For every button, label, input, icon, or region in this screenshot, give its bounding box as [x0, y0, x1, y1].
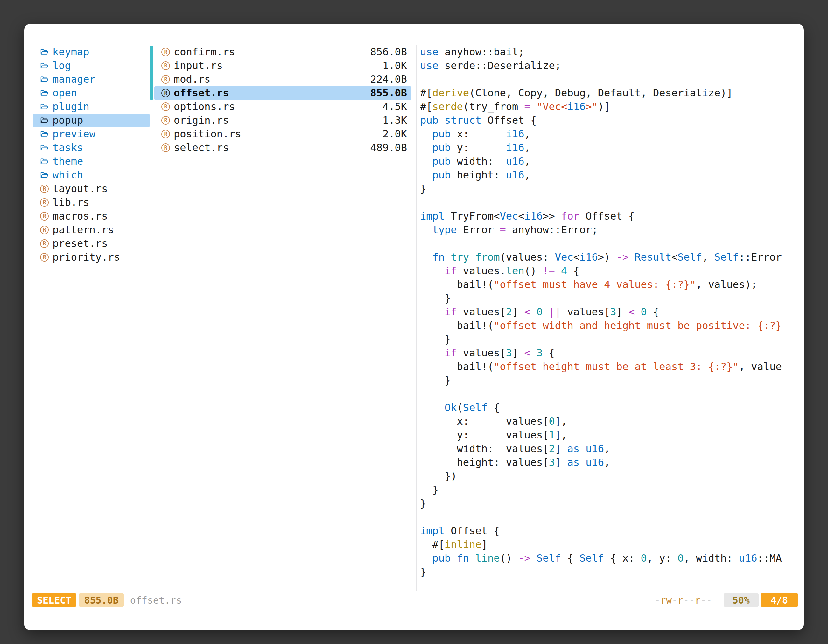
- status-bar: SELECT 855.0B offset.rs -rw-r--r-- 50% 4…: [32, 594, 798, 607]
- item-label: lib.rs: [52, 196, 145, 209]
- item-size: 4.5K: [383, 100, 407, 114]
- item-label: tasks: [52, 141, 145, 155]
- item-label: pattern.rs: [52, 223, 145, 237]
- code-line: bail!("offset height must be at least 3:…: [420, 360, 797, 373]
- rust-file-icon: R: [40, 239, 49, 248]
- code-line: pub y: i16,: [420, 141, 797, 155]
- dir-item-plugin[interactable]: plugin: [33, 100, 149, 114]
- item-label: position.rs: [174, 127, 379, 141]
- item-label: manager: [52, 72, 145, 86]
- code-line: pub fn line() -> Self { Self { x: 0, y: …: [420, 552, 797, 565]
- code-line: height: values[3] as u16,: [420, 456, 797, 469]
- rust-file-icon: R: [162, 48, 170, 56]
- code-line: if values[2] < 0 || values[3] < 0 {: [420, 305, 797, 319]
- code-line: bail!("offset width and height must be p…: [420, 319, 797, 332]
- code-line: impl Offset {: [420, 524, 797, 538]
- folder-icon: [40, 48, 49, 56]
- item-label: priority.rs: [52, 251, 145, 264]
- rust-file-icon: R: [40, 253, 49, 262]
- dir-item-which[interactable]: which: [33, 168, 149, 182]
- code-line: }: [420, 483, 797, 497]
- code-line: [420, 510, 797, 524]
- file-item-mod-rs[interactable]: Rmod.rs224.0B: [154, 72, 411, 86]
- file-item-options-rs[interactable]: Roptions.rs4.5K: [154, 100, 411, 114]
- rust-file-icon: R: [162, 116, 170, 125]
- code-line: pub struct Offset {: [420, 114, 797, 127]
- item-label: keymap: [52, 45, 145, 59]
- current-directory-pane: Rconfirm.rs856.0BRinput.rs1.0KRmod.rs224…: [154, 45, 411, 155]
- file-item-preset-rs[interactable]: Rpreset.rs: [33, 237, 149, 251]
- rust-file-icon: R: [40, 198, 49, 207]
- file-item-origin-rs[interactable]: Rorigin.rs1.3K: [154, 114, 411, 127]
- dir-item-manager[interactable]: manager: [33, 72, 149, 86]
- item-label: mod.rs: [174, 72, 366, 86]
- code-line: [420, 237, 797, 251]
- file-item-layout-rs[interactable]: Rlayout.rs: [33, 182, 149, 196]
- dir-item-log[interactable]: log: [33, 59, 149, 72]
- code-line: }: [420, 291, 797, 305]
- code-line: if values[3] < 3 {: [420, 346, 797, 360]
- dir-item-tasks[interactable]: tasks: [33, 141, 149, 155]
- code-line: [420, 72, 797, 86]
- dir-item-preview[interactable]: preview: [33, 127, 149, 141]
- pane-divider-right: [416, 45, 417, 591]
- dir-item-popup[interactable]: popup: [33, 114, 149, 127]
- selection-marker-bar: [149, 45, 154, 100]
- code-line: }): [420, 469, 797, 483]
- code-line: impl TryFrom<Vec<i16>> for Offset {: [420, 209, 797, 223]
- item-label: confirm.rs: [174, 45, 366, 59]
- file-item-offset-rs[interactable]: Roffset.rs855.0B: [154, 86, 411, 100]
- item-label: input.rs: [174, 59, 379, 72]
- item-label: theme: [52, 155, 145, 168]
- item-size: 856.0B: [370, 45, 407, 59]
- rust-file-icon: R: [162, 61, 170, 70]
- dir-item-theme[interactable]: theme: [33, 155, 149, 168]
- dir-item-open[interactable]: open: [33, 86, 149, 100]
- code-line: width: values[2] as u16,: [420, 442, 797, 456]
- code-line: pub width: u16,: [420, 155, 797, 168]
- file-item-lib-rs[interactable]: Rlib.rs: [33, 196, 149, 209]
- folder-icon: [40, 89, 49, 97]
- file-item-input-rs[interactable]: Rinput.rs1.0K: [154, 59, 411, 72]
- item-label: options.rs: [174, 100, 379, 114]
- folder-icon: [40, 75, 49, 84]
- code-line: #[serde(try_from = "Vec<i16>")]: [420, 100, 797, 114]
- code-line: }: [420, 373, 797, 387]
- code-line: if values.len() != 4 {: [420, 264, 797, 278]
- file-item-select-rs[interactable]: Rselect.rs489.0B: [154, 141, 411, 155]
- code-line: bail!("offset must have 4 values: {:?}",…: [420, 278, 797, 291]
- item-label: origin.rs: [174, 114, 379, 127]
- item-label: layout.rs: [52, 182, 145, 196]
- item-label: macros.rs: [52, 209, 145, 223]
- file-item-confirm-rs[interactable]: Rconfirm.rs856.0B: [154, 45, 411, 59]
- folder-icon: [40, 61, 49, 70]
- dir-item-keymap[interactable]: keymap: [33, 45, 149, 59]
- pane-divider-left: [149, 45, 150, 591]
- parent-directory-pane: keymaplogmanageropenpluginpopuppreviewta…: [33, 45, 149, 264]
- rust-file-icon: R: [40, 185, 49, 193]
- item-label: select.rs: [174, 141, 366, 155]
- code-line: Ok(Self {: [420, 401, 797, 415]
- code-line: #[inline]: [420, 538, 797, 552]
- item-label: open: [52, 86, 145, 100]
- mode-badge: SELECT: [32, 594, 76, 607]
- code-line: }: [420, 182, 797, 196]
- file-item-macros-rs[interactable]: Rmacros.rs: [33, 209, 149, 223]
- item-label: offset.rs: [174, 86, 366, 100]
- file-item-position-rs[interactable]: Rposition.rs2.0K: [154, 127, 411, 141]
- code-line: [420, 196, 797, 209]
- item-size: 1.3K: [383, 114, 407, 127]
- file-item-pattern-rs[interactable]: Rpattern.rs: [33, 223, 149, 237]
- code-line: }: [420, 332, 797, 346]
- code-line: #[derive(Clone, Copy, Debug, Default, De…: [420, 86, 797, 100]
- folder-icon: [40, 130, 49, 138]
- item-size: 2.0K: [383, 127, 407, 141]
- code-line: use serde::Deserialize;: [420, 59, 797, 72]
- rust-file-icon: R: [40, 212, 49, 221]
- code-line: use anyhow::bail;: [420, 45, 797, 59]
- scroll-percent-badge: 50%: [724, 594, 759, 607]
- rust-file-icon: R: [162, 75, 170, 84]
- folder-icon: [40, 116, 49, 125]
- item-size: 855.0B: [370, 86, 407, 100]
- file-item-priority-rs[interactable]: Rpriority.rs: [33, 251, 149, 264]
